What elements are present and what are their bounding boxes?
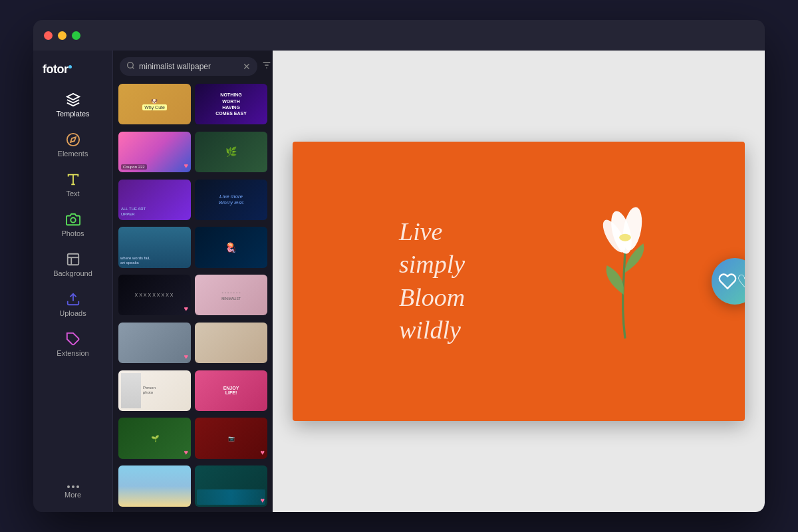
sidebar-label-photos: Photos bbox=[61, 229, 84, 237]
canvas-flower bbox=[572, 207, 678, 356]
template-card[interactable]: 🌱 ♥ bbox=[118, 418, 191, 458]
sidebar-label-more: More bbox=[65, 491, 81, 499]
svg-marker-0 bbox=[66, 94, 78, 100]
heart-badge: ♥ bbox=[184, 162, 188, 170]
svg-rect-6 bbox=[67, 254, 78, 265]
app-window: fotor Templates bbox=[33, 20, 765, 512]
sidebar-item-elements[interactable]: Elements bbox=[33, 126, 112, 164]
sidebar-label-elements: Elements bbox=[58, 150, 88, 158]
template-card[interactable]: ALL THE ARTUPPER bbox=[118, 180, 191, 220]
sidebar-label-templates: Templates bbox=[56, 110, 89, 118]
sidebar-item-uploads[interactable]: Uploads bbox=[33, 285, 112, 324]
upload-icon bbox=[66, 292, 80, 307]
main-canvas: Live simply Bloom wildly ↖ bbox=[273, 51, 765, 512]
svg-point-1 bbox=[66, 134, 78, 146]
sidebar-label-uploads: Uploads bbox=[59, 309, 86, 317]
app-body: fotor Templates bbox=[33, 51, 765, 512]
template-grid: 🐶Why Cute NOTHINGWORTHHAVINGCOMES EASY ♥… bbox=[113, 81, 273, 512]
clear-search-icon[interactable]: ✕ bbox=[243, 61, 251, 72]
template-card[interactable]: 🌿 bbox=[195, 132, 267, 172]
svg-point-17 bbox=[619, 234, 631, 241]
search-box[interactable]: ✕ bbox=[120, 57, 257, 76]
traffic-light-fullscreen[interactable] bbox=[72, 31, 80, 40]
template-card[interactable]: ENJOYLIFE! bbox=[195, 370, 267, 411]
heart-badge: ♥ bbox=[260, 448, 265, 456]
search-bar: ✕ bbox=[113, 51, 273, 81]
sidebar-item-extension[interactable]: Extension bbox=[33, 325, 112, 364]
template-card[interactable]: where words fail,art speaks bbox=[118, 227, 191, 267]
svg-point-9 bbox=[128, 63, 134, 68]
sidebar: fotor Templates bbox=[33, 51, 113, 512]
svg-line-10 bbox=[132, 67, 134, 68]
traffic-light-minimize[interactable] bbox=[58, 31, 66, 40]
template-card[interactable]: XXXXXXXXX ♥ bbox=[118, 275, 191, 315]
canvas-text: Live simply Bloom wildly bbox=[399, 215, 465, 347]
traffic-light-close[interactable] bbox=[44, 31, 53, 40]
template-card[interactable]: ♥ bbox=[195, 466, 267, 506]
background-icon bbox=[66, 252, 80, 267]
sidebar-item-text[interactable]: Text bbox=[33, 166, 112, 204]
template-card[interactable]: Live moreWorry less bbox=[195, 180, 267, 220]
template-card[interactable]: ♥ Coupon 222 bbox=[118, 132, 191, 172]
sidebar-item-templates[interactable]: Templates bbox=[33, 86, 112, 124]
heart-badge: ♥ bbox=[184, 448, 188, 456]
sidebar-item-photos[interactable]: Photos bbox=[33, 205, 112, 244]
sidebar-label-background: Background bbox=[53, 269, 92, 277]
template-card[interactable]: Personphoto bbox=[118, 370, 191, 411]
camera-icon bbox=[66, 212, 80, 227]
svg-marker-2 bbox=[70, 137, 76, 142]
template-card[interactable]: NOTHINGWORTHHAVINGCOMES EASY bbox=[195, 84, 267, 124]
heart-badge: ♥ bbox=[184, 305, 188, 313]
heart-badge: ♥ bbox=[260, 496, 265, 504]
search-input[interactable] bbox=[139, 62, 239, 71]
sidebar-item-background[interactable]: Background bbox=[33, 245, 112, 284]
traffic-lights bbox=[44, 31, 80, 40]
template-card[interactable]: 📷 ♥ bbox=[195, 418, 267, 458]
filter-icon[interactable] bbox=[261, 60, 272, 73]
search-icon bbox=[126, 61, 135, 72]
more-dots-icon bbox=[67, 485, 79, 488]
template-card[interactable]: ♥ bbox=[118, 323, 191, 363]
compass-icon bbox=[66, 132, 80, 147]
sidebar-more[interactable]: More bbox=[59, 479, 86, 505]
favorite-button[interactable]: ↖ bbox=[712, 258, 745, 305]
template-card[interactable] bbox=[118, 466, 191, 506]
sidebar-label-extension: Extension bbox=[57, 349, 88, 357]
logo-area: fotor bbox=[33, 56, 112, 86]
layers-icon bbox=[66, 92, 80, 107]
template-card[interactable]: - - - - - - -MINIMALIST bbox=[195, 275, 267, 315]
text-icon bbox=[66, 172, 80, 187]
heart-badge: ♥ bbox=[184, 352, 188, 360]
template-card[interactable] bbox=[195, 323, 267, 363]
template-card[interactable]: 🪼 bbox=[195, 227, 267, 267]
puzzle-icon bbox=[66, 332, 80, 346]
template-card[interactable]: 🐶Why Cute bbox=[118, 84, 191, 124]
templates-panel: ✕ 🐶Why Cute bbox=[113, 51, 273, 512]
titlebar bbox=[33, 20, 765, 51]
svg-point-5 bbox=[70, 217, 75, 222]
sidebar-label-text: Text bbox=[66, 190, 79, 198]
app-logo: fotor bbox=[43, 63, 72, 76]
canvas-design[interactable]: Live simply Bloom wildly ↖ bbox=[293, 142, 745, 421]
